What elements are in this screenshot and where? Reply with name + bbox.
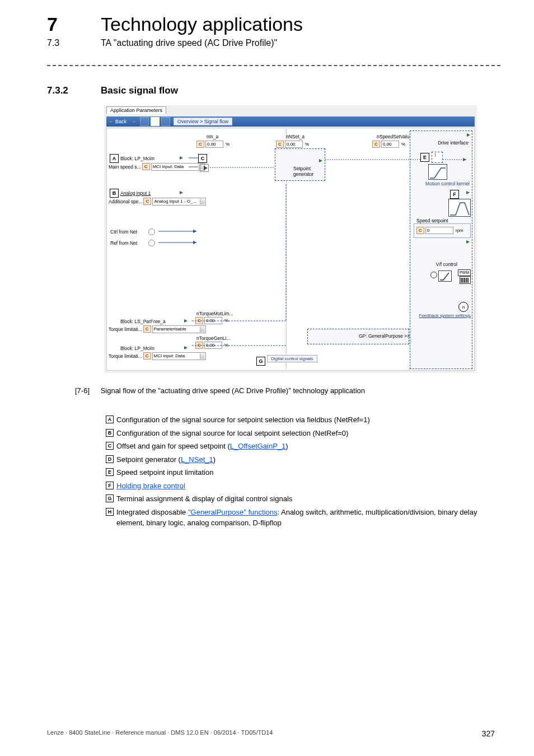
footer-line: Lenze · 8400 StateLine · Reference manua… <box>47 729 273 736</box>
link-l-nset-1[interactable]: L_NSet_1 <box>181 455 213 464</box>
block-lp-mciin-a[interactable]: Block: LP_MciIn <box>120 155 154 162</box>
legend-item-h: HIntegrated disposable "GeneralPurpose" … <box>103 507 495 529</box>
updown-arrow-icon: ↕ <box>434 152 437 158</box>
feedback-system-settings-link[interactable]: Feedback system settings <box>419 313 471 318</box>
value-nnset-a: C 0.00 % <box>276 141 309 148</box>
marker-c: C <box>198 154 207 163</box>
setpoint-generator-block[interactable]: Setpoint generator <box>275 148 325 181</box>
legend-item-e: ESpeed setpoint input limitation <box>103 467 495 478</box>
dropdown-torque-limit-parfree[interactable]: Parameterisable <box>152 325 206 333</box>
digital-control-signals-button[interactable]: Digital control signals <box>267 355 317 362</box>
vf-ramp-icon[interactable] <box>438 270 452 282</box>
link-generalpurpose-functions[interactable]: "GeneralPurpose" functions <box>188 508 278 516</box>
offset-gain-block[interactable] <box>200 164 209 172</box>
figure-id: [7-6] <box>75 386 99 395</box>
block-sublabel: Torque limitati... <box>109 353 142 359</box>
key-e: E <box>106 468 114 476</box>
label-ctrl-from-net: Ctrl from Net <box>110 229 137 235</box>
legend-item-a: AConfiguration of the signal source for … <box>103 414 495 426</box>
pwm-bars <box>460 276 471 284</box>
legend-item-g: GTerminal assignment & display of digita… <box>103 493 495 505</box>
legend-text-a: Configuration of the signal source for s… <box>116 414 495 426</box>
c-chip-icon[interactable]: C <box>196 141 204 148</box>
block-title: Block: LP_MciIn <box>120 346 154 351</box>
unit-percent: % <box>224 142 229 147</box>
speed-limit-block[interactable]: ↕ <box>432 152 443 163</box>
c-chip-icon[interactable]: C <box>276 141 284 148</box>
block-analog-input-1[interactable]: Analog input 1 <box>120 189 151 197</box>
dropdown-torque-limit-mci[interactable]: MCI input: Data <box>152 352 206 360</box>
arrow-icon <box>466 240 470 244</box>
value-field: 0.00 <box>205 141 223 148</box>
unit-percent: % <box>223 318 228 323</box>
value-ntorquegenli: C 0.00 % <box>195 342 228 349</box>
arrow-icon[interactable] <box>180 156 183 160</box>
key-f: F <box>106 482 114 489</box>
c-chip-icon[interactable]: C <box>416 227 424 234</box>
legend-text-d-pre: Setpoint generator ( <box>116 455 181 464</box>
triangle-icon <box>204 166 208 170</box>
toolbar-icon-2[interactable] <box>151 117 160 126</box>
value-field: 0.00 <box>381 141 399 148</box>
c-chip-icon[interactable]: C <box>372 141 380 148</box>
play-button[interactable]: → <box>129 119 138 124</box>
toolbar-icon-3[interactable] <box>161 117 170 126</box>
c-chip-icon[interactable]: C <box>143 198 151 205</box>
setpoint-generator-link[interactable]: Setpoint generator <box>293 166 313 177</box>
label-nin-a: nIn_a <box>207 134 218 139</box>
back-button[interactable]: ← Back <box>106 119 129 124</box>
link-holding-brake-control[interactable]: Holding brake control <box>116 482 185 490</box>
legend-item-b: BConfiguration of the signal source for … <box>103 428 495 439</box>
marker-g: G <box>256 357 265 366</box>
block-sublabel: Torque limitati... <box>109 326 142 332</box>
drive-interface-link[interactable]: Drive interface <box>438 140 469 146</box>
block-sublabel: Additional spe... <box>109 199 142 204</box>
figure-caption: [7-6] Signal flow of the "actuating driv… <box>75 386 365 395</box>
marker-f: F <box>450 190 459 199</box>
dropdown-additional-speed[interactable]: Analog input 1 - O_... <box>152 198 206 206</box>
arrow-icon[interactable] <box>180 191 183 194</box>
ramp-icon-e <box>428 164 447 180</box>
c-chip-icon[interactable]: C <box>142 163 150 170</box>
motion-control-kernel-link[interactable]: Motion control kernel <box>425 181 470 186</box>
c-chip-icon[interactable]: C <box>143 352 151 360</box>
arrow-icon[interactable] <box>184 346 188 349</box>
subsection-number: 7.3.2 <box>47 85 68 96</box>
key-h: H <box>106 508 114 516</box>
gp-generalpurpose-link[interactable]: GP: GeneralPurpose >> <box>359 333 410 339</box>
figure-text: Signal flow of the "actuating drive spee… <box>101 386 365 395</box>
label-ntorquemotlim: nTorqueMotLim... <box>196 311 233 316</box>
block-ls-parfree[interactable]: Block: LS_ParFree_a <box>120 318 166 325</box>
holding-brake-block[interactable] <box>448 199 471 217</box>
key-a: A <box>106 416 114 423</box>
c-chip-icon[interactable]: C <box>195 342 203 349</box>
key-g: G <box>106 494 114 502</box>
link-l-offsetgainp-1[interactable]: L_OffsetGainP_1 <box>230 442 286 450</box>
signal-flow-diagram: Application Parameters ← Back → Overview… <box>104 105 477 373</box>
tab-application-parameters[interactable]: Application Parameters <box>106 106 166 114</box>
value-nspeedsetvalu: C 0.00 % <box>372 141 405 148</box>
toolbar-icon-1[interactable] <box>140 117 149 126</box>
section-number: 7.3 <box>47 38 59 48</box>
legend-text-g: Terminal assignment & display of digital… <box>116 493 495 505</box>
value-field: 0.00 <box>285 141 303 148</box>
unit-percent: % <box>304 142 309 147</box>
block-lp-mciin-b[interactable]: Block: LP_MciIn <box>120 344 154 352</box>
arrow-left-icon: ← <box>109 119 114 124</box>
key-b: B <box>106 429 114 437</box>
key-d: D <box>106 455 114 463</box>
dropdown-main-speed[interactable]: MCI input: Data <box>151 163 205 171</box>
c-chip-icon[interactable]: C <box>195 317 203 324</box>
arrow-icon[interactable] <box>184 319 188 323</box>
legend-text-c-post: ) <box>285 442 288 450</box>
unit-rpm: rpm <box>455 228 463 233</box>
block-title: Block: LP_MciIn <box>120 156 154 161</box>
legend-list: AConfiguration of the signal source for … <box>103 414 495 531</box>
unit-percent: % <box>223 343 228 348</box>
block-title: Analog input 1 <box>120 190 151 196</box>
c-chip-icon[interactable]: C <box>143 325 151 333</box>
value-ntorquemotlim: C 0.00 % <box>195 317 228 324</box>
breadcrumb[interactable]: Overview > Signal flow <box>174 118 232 125</box>
page-number: 327 <box>482 729 495 738</box>
speed-setpoint-label: Speed setpoint <box>416 218 448 223</box>
